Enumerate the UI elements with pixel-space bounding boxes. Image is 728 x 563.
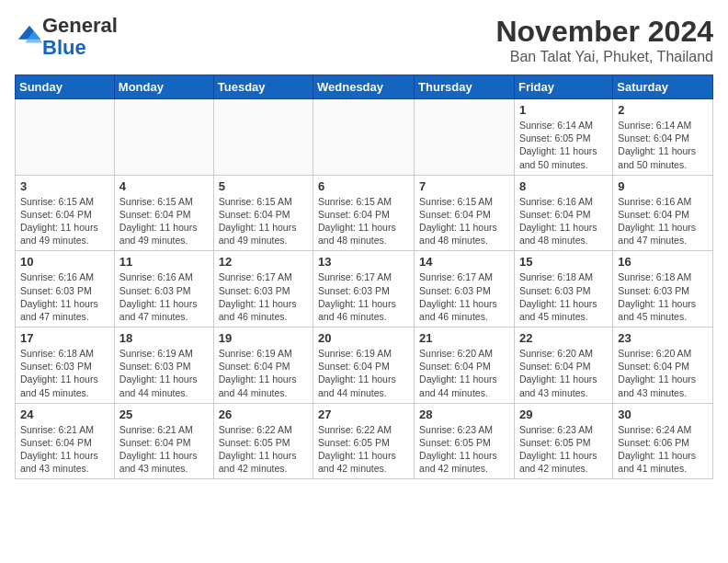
logo: General Blue bbox=[15, 15, 118, 59]
logo-blue: Blue bbox=[42, 36, 86, 59]
day-info: Sunrise: 6:15 AM Sunset: 6:04 PM Dayligh… bbox=[219, 195, 308, 247]
calendar-cell: 6Sunrise: 6:15 AM Sunset: 6:04 PM Daylig… bbox=[313, 175, 415, 251]
calendar-cell: 24Sunrise: 6:21 AM Sunset: 6:04 PM Dayli… bbox=[16, 403, 115, 479]
weekday-header-row: SundayMondayTuesdayWednesdayThursdayFrid… bbox=[16, 75, 713, 99]
day-number: 18 bbox=[119, 331, 209, 345]
day-number: 4 bbox=[119, 179, 209, 193]
calendar-cell: 29Sunrise: 6:23 AM Sunset: 6:05 PM Dayli… bbox=[514, 403, 612, 479]
weekday-header-friday: Friday bbox=[514, 75, 612, 99]
day-number: 29 bbox=[519, 408, 608, 421]
weekday-header-thursday: Thursday bbox=[415, 75, 515, 99]
calendar-cell: 7Sunrise: 6:15 AM Sunset: 6:04 PM Daylig… bbox=[415, 175, 515, 251]
day-info: Sunrise: 6:15 AM Sunset: 6:04 PM Dayligh… bbox=[119, 195, 209, 247]
header: General Blue November 2024 Ban Talat Yai… bbox=[15, 15, 713, 65]
day-number: 10 bbox=[20, 255, 109, 269]
day-number: 16 bbox=[618, 255, 708, 269]
week-row-2: 3Sunrise: 6:15 AM Sunset: 6:04 PM Daylig… bbox=[16, 175, 713, 251]
day-info: Sunrise: 6:19 AM Sunset: 6:03 PM Dayligh… bbox=[119, 347, 209, 399]
day-info: Sunrise: 6:18 AM Sunset: 6:03 PM Dayligh… bbox=[519, 270, 608, 323]
day-number: 21 bbox=[419, 331, 509, 345]
calendar-cell: 8Sunrise: 6:16 AM Sunset: 6:04 PM Daylig… bbox=[514, 175, 612, 251]
day-number: 2 bbox=[618, 103, 708, 117]
day-info: Sunrise: 6:24 AM Sunset: 6:06 PM Dayligh… bbox=[618, 423, 708, 476]
calendar-cell: 27Sunrise: 6:22 AM Sunset: 6:05 PM Dayli… bbox=[313, 403, 415, 479]
calendar-cell: 12Sunrise: 6:17 AM Sunset: 6:03 PM Dayli… bbox=[213, 251, 313, 327]
day-info: Sunrise: 6:22 AM Sunset: 6:05 PM Dayligh… bbox=[219, 423, 308, 476]
day-number: 22 bbox=[519, 331, 608, 345]
calendar-cell: 20Sunrise: 6:19 AM Sunset: 6:04 PM Dayli… bbox=[313, 327, 415, 404]
day-number: 13 bbox=[318, 255, 409, 269]
calendar-cell bbox=[16, 99, 115, 176]
logo-general: General bbox=[42, 14, 118, 37]
day-info: Sunrise: 6:16 AM Sunset: 6:04 PM Dayligh… bbox=[519, 195, 608, 247]
calendar-cell: 30Sunrise: 6:24 AM Sunset: 6:06 PM Dayli… bbox=[613, 403, 713, 479]
logo-text: General Blue bbox=[42, 15, 118, 59]
calendar-cell: 5Sunrise: 6:15 AM Sunset: 6:04 PM Daylig… bbox=[213, 175, 313, 251]
calendar-cell: 4Sunrise: 6:15 AM Sunset: 6:04 PM Daylig… bbox=[114, 175, 213, 251]
day-number: 6 bbox=[318, 179, 409, 193]
day-info: Sunrise: 6:22 AM Sunset: 6:05 PM Dayligh… bbox=[318, 423, 409, 476]
calendar-cell: 11Sunrise: 6:16 AM Sunset: 6:03 PM Dayli… bbox=[114, 251, 213, 327]
day-number: 20 bbox=[318, 331, 409, 345]
day-info: Sunrise: 6:16 AM Sunset: 6:04 PM Dayligh… bbox=[618, 195, 708, 247]
week-row-3: 10Sunrise: 6:16 AM Sunset: 6:03 PM Dayli… bbox=[16, 251, 713, 327]
day-number: 7 bbox=[419, 179, 509, 193]
calendar-cell: 28Sunrise: 6:23 AM Sunset: 6:05 PM Dayli… bbox=[415, 403, 515, 479]
calendar-cell: 18Sunrise: 6:19 AM Sunset: 6:03 PM Dayli… bbox=[114, 327, 213, 404]
day-info: Sunrise: 6:20 AM Sunset: 6:04 PM Dayligh… bbox=[618, 347, 708, 399]
day-number: 15 bbox=[519, 255, 608, 269]
calendar-cell: 13Sunrise: 6:17 AM Sunset: 6:03 PM Dayli… bbox=[313, 251, 415, 327]
day-number: 8 bbox=[519, 179, 608, 193]
day-info: Sunrise: 6:20 AM Sunset: 6:04 PM Dayligh… bbox=[419, 347, 509, 399]
day-number: 17 bbox=[20, 331, 109, 345]
weekday-header-tuesday: Tuesday bbox=[213, 75, 313, 99]
day-info: Sunrise: 6:15 AM Sunset: 6:04 PM Dayligh… bbox=[419, 195, 509, 247]
calendar-cell: 10Sunrise: 6:16 AM Sunset: 6:03 PM Dayli… bbox=[16, 251, 115, 327]
weekday-header-sunday: Sunday bbox=[16, 75, 115, 99]
day-info: Sunrise: 6:19 AM Sunset: 6:04 PM Dayligh… bbox=[318, 347, 409, 399]
day-info: Sunrise: 6:19 AM Sunset: 6:04 PM Dayligh… bbox=[219, 347, 308, 399]
calendar-cell: 17Sunrise: 6:18 AM Sunset: 6:03 PM Dayli… bbox=[16, 327, 115, 404]
calendar-cell: 2Sunrise: 6:14 AM Sunset: 6:04 PM Daylig… bbox=[613, 99, 713, 176]
day-number: 28 bbox=[419, 408, 509, 421]
day-info: Sunrise: 6:23 AM Sunset: 6:05 PM Dayligh… bbox=[519, 423, 608, 476]
calendar-cell: 23Sunrise: 6:20 AM Sunset: 6:04 PM Dayli… bbox=[613, 327, 713, 404]
day-info: Sunrise: 6:16 AM Sunset: 6:03 PM Dayligh… bbox=[20, 270, 109, 323]
weekday-header-saturday: Saturday bbox=[613, 75, 713, 99]
day-info: Sunrise: 6:14 AM Sunset: 6:04 PM Dayligh… bbox=[618, 119, 708, 171]
day-number: 1 bbox=[519, 103, 608, 117]
day-number: 23 bbox=[618, 331, 708, 345]
calendar: SundayMondayTuesdayWednesdayThursdayFrid… bbox=[15, 75, 713, 479]
calendar-cell: 21Sunrise: 6:20 AM Sunset: 6:04 PM Dayli… bbox=[415, 327, 515, 404]
day-number: 12 bbox=[219, 255, 308, 269]
day-number: 24 bbox=[20, 408, 109, 421]
day-number: 3 bbox=[20, 179, 109, 193]
calendar-cell: 3Sunrise: 6:15 AM Sunset: 6:04 PM Daylig… bbox=[16, 175, 115, 251]
calendar-cell: 25Sunrise: 6:21 AM Sunset: 6:04 PM Dayli… bbox=[114, 403, 213, 479]
day-info: Sunrise: 6:17 AM Sunset: 6:03 PM Dayligh… bbox=[318, 270, 409, 323]
day-info: Sunrise: 6:21 AM Sunset: 6:04 PM Dayligh… bbox=[20, 423, 109, 476]
weekday-header-monday: Monday bbox=[114, 75, 213, 99]
month-title: November 2024 bbox=[495, 15, 713, 49]
day-info: Sunrise: 6:21 AM Sunset: 6:04 PM Dayligh… bbox=[119, 423, 209, 476]
day-number: 11 bbox=[119, 255, 209, 269]
calendar-cell: 26Sunrise: 6:22 AM Sunset: 6:05 PM Dayli… bbox=[213, 403, 313, 479]
calendar-cell bbox=[415, 99, 515, 176]
calendar-cell: 1Sunrise: 6:14 AM Sunset: 6:05 PM Daylig… bbox=[514, 99, 612, 176]
calendar-cell: 22Sunrise: 6:20 AM Sunset: 6:04 PM Dayli… bbox=[514, 327, 612, 404]
day-info: Sunrise: 6:20 AM Sunset: 6:04 PM Dayligh… bbox=[519, 347, 608, 399]
calendar-cell: 16Sunrise: 6:18 AM Sunset: 6:03 PM Dayli… bbox=[613, 251, 713, 327]
week-row-4: 17Sunrise: 6:18 AM Sunset: 6:03 PM Dayli… bbox=[16, 327, 713, 404]
day-number: 26 bbox=[219, 408, 308, 421]
calendar-cell: 14Sunrise: 6:17 AM Sunset: 6:03 PM Dayli… bbox=[415, 251, 515, 327]
day-number: 30 bbox=[618, 408, 708, 421]
day-number: 9 bbox=[618, 179, 708, 193]
day-info: Sunrise: 6:15 AM Sunset: 6:04 PM Dayligh… bbox=[318, 195, 409, 247]
day-info: Sunrise: 6:15 AM Sunset: 6:04 PM Dayligh… bbox=[20, 195, 109, 247]
calendar-cell bbox=[213, 99, 313, 176]
day-info: Sunrise: 6:18 AM Sunset: 6:03 PM Dayligh… bbox=[20, 347, 109, 399]
day-number: 5 bbox=[219, 179, 308, 193]
title-area: November 2024 Ban Talat Yai, Phuket, Tha… bbox=[495, 15, 713, 65]
logo-icon bbox=[17, 22, 42, 48]
day-info: Sunrise: 6:23 AM Sunset: 6:05 PM Dayligh… bbox=[419, 423, 509, 476]
